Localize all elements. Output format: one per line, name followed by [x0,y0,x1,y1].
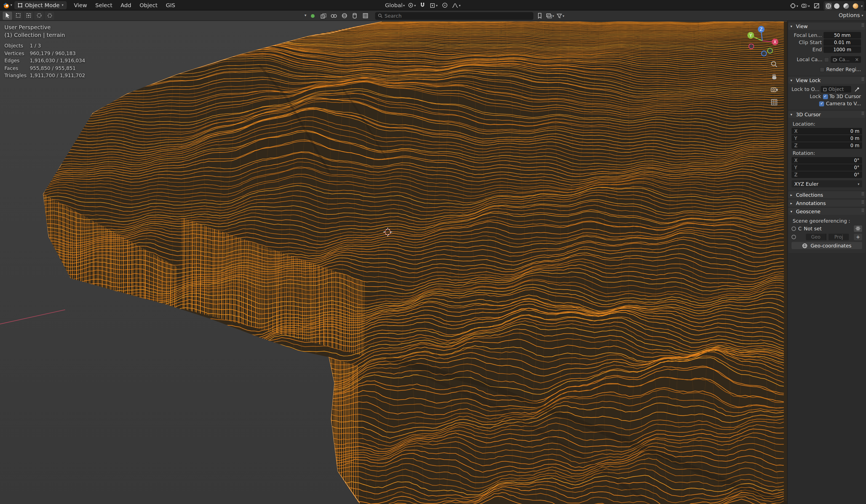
collapse-header-chevron-icon[interactable]: ▾ [304,14,307,18]
object-mode-icon [18,2,23,8]
render-region-label: Render Regi... [826,67,861,72]
axis-value: 0 m [850,128,859,134]
xray-toggle[interactable] [812,2,821,10]
circle-select-button[interactable] [34,11,44,20]
ortho-grid-tool[interactable] [769,98,779,107]
radio-icon[interactable] [791,226,796,231]
lock-3d-cursor-checkbox[interactable]: ✓ [823,94,828,99]
gizmo-y-neg-handle[interactable] [767,48,773,53]
orientation-label: Global [385,2,403,8]
show-overlays-dropdown[interactable]: ▾ [801,2,810,10]
layers-button[interactable] [319,12,327,20]
menu-select[interactable]: Select [91,1,116,9]
panel-view-lock: ▾ View Lock ⠿ Lock to O... Object [788,77,865,110]
drag-handle-icon[interactable]: ⠿ [861,208,864,213]
stat-value: 1,911,700 / 1,911,702 [30,73,85,78]
orientation-dropdown[interactable]: Global ▾ [385,1,405,9]
clip-start-field[interactable]: 0.01 m [823,39,861,46]
lasso-select-icon [47,13,52,18]
focal-length-field[interactable]: 50 mm [823,32,861,38]
lock-3d-cursor-label: To 3D Cursor [829,94,861,99]
camera-view-tool[interactable] [769,85,779,94]
display-settings-dropdown[interactable]: ▾ [546,12,554,20]
proportional-edit-toggle[interactable] [441,1,449,9]
navigation-gizmo[interactable]: Z Y X [745,23,780,58]
search-icon [378,13,382,18]
clip-end-field[interactable]: 1000 m [823,46,861,53]
cursor-rotation-y-field[interactable]: Y 0° [791,164,862,171]
grid-button[interactable] [361,12,369,20]
camera-to-view-checkbox[interactable]: ✓ [819,101,824,106]
cursor-rotation-z-field[interactable]: Z 0° [791,171,862,178]
stat-label: Triangles [4,73,30,78]
shading-material-button[interactable] [842,2,851,10]
pan-tool[interactable] [769,72,779,82]
crs-settings-button[interactable] [854,225,862,232]
sphere-button[interactable] [340,12,348,20]
radio-icon[interactable] [791,234,796,239]
geo-button[interactable]: Geo [806,233,826,240]
gizmo-x-neg-handle[interactable] [749,44,754,49]
panel-view-header[interactable]: ▾ View ⠿ [788,23,865,30]
panel-3d-cursor-header[interactable]: ▾ 3D Cursor ⠿ [788,111,865,118]
snap-target-dropdown[interactable]: ▾ [430,1,438,9]
viewport-canvas[interactable] [0,21,787,504]
shading-solid-button[interactable] [833,2,841,10]
local-camera-label: Local Ca... [791,57,822,62]
green-dot-button[interactable] [309,12,317,20]
geo-coordinates-button[interactable]: Geo-coordinates [791,242,862,249]
panel-view-lock-header[interactable]: ▾ View Lock ⠿ [788,77,865,84]
proj-button[interactable]: Proj [829,233,849,240]
drag-handle-icon[interactable]: ⠿ [861,23,864,28]
rings-button[interactable] [330,12,338,20]
menu-gis[interactable]: GIS [162,1,179,9]
menu-add[interactable]: Add [116,1,135,9]
lock-object-field[interactable]: Object [821,86,851,93]
zoom-tool[interactable] [769,59,779,69]
stat-label: Faces [4,65,30,71]
cursor-location-z-field[interactable]: Z 0 m [791,142,862,149]
falloff-dropdown[interactable]: ▾ [452,1,460,9]
chevron-down-icon: ▾ [790,78,794,82]
local-camera-field[interactable]: Ca... × [831,56,861,63]
cursor-location-y-field[interactable]: Y 0 m [791,135,862,142]
menu-object[interactable]: Object [136,1,161,9]
cylinder-button[interactable] [351,12,359,20]
cursor-rotation-x-field[interactable]: X 0° [791,157,862,164]
drag-handle-icon[interactable]: ⠿ [861,77,864,82]
panel-annotations-header[interactable]: ▸ Annotations ⠿ [788,199,865,207]
cursor-location-x-field[interactable]: X 0 m [791,128,862,135]
pivot-point-dropdown[interactable]: ▾ [408,1,416,9]
gizmo-z-neg-handle[interactable] [762,51,766,56]
box-select-button[interactable] [24,11,33,20]
sidebar-n-panel: ▾ View ⠿ Focal Len... 50 mm Clip Start 0… [787,21,866,504]
render-region-checkbox[interactable] [820,67,825,72]
hand-icon [770,73,778,80]
mode-dropdown[interactable]: Object Mode ▾ [14,1,67,9]
select-tool-button[interactable] [3,11,12,20]
shading-wireframe-button[interactable] [825,2,832,9]
bookmark-button[interactable] [535,12,544,20]
rotation-mode-dropdown[interactable]: XYZ Euler ▾ [791,180,862,187]
add-crs-button[interactable]: + [854,233,862,240]
search-box[interactable] [375,12,533,20]
drag-handle-icon[interactable]: ⠿ [861,200,864,205]
show-gizmo-dropdown[interactable]: ▾ [790,2,798,10]
drag-handle-icon[interactable]: ⠿ [861,192,864,197]
lasso-select-button[interactable] [45,11,54,20]
clear-icon[interactable]: × [855,57,859,62]
app-menu-button[interactable]: ▾ [3,1,12,9]
drag-handle-icon[interactable]: ⠿ [861,111,864,116]
tweak-select-button[interactable] [13,11,23,20]
search-input[interactable] [385,13,530,19]
options-button[interactable]: Options ▾ [839,12,863,18]
eyedropper-button[interactable] [853,86,861,93]
snap-toggle[interactable] [419,1,427,9]
filter-dropdown[interactable]: ▾ [556,12,565,20]
local-camera-checkbox[interactable] [824,57,829,62]
menu-view[interactable]: View [70,1,91,9]
panel-collections-header[interactable]: ▸ Collections ⠿ [788,191,865,198]
viewport-3d[interactable]: User Perspective (1) Collection | terrai… [0,21,787,504]
shading-rendered-button[interactable] [852,2,860,10]
panel-geoscene-header[interactable]: ▾ Geoscene ⠿ [788,208,865,215]
